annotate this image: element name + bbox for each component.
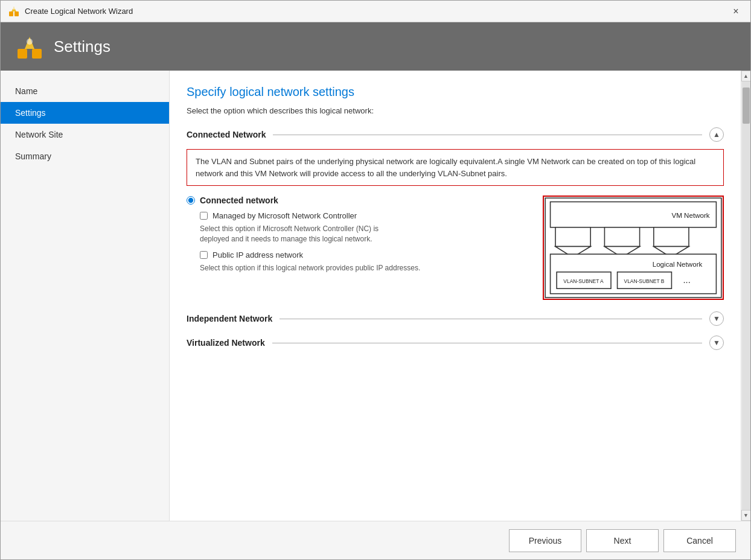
public-ip-label: Public IP address network <box>213 250 303 259</box>
svg-rect-5 <box>32 49 42 59</box>
svg-rect-0 <box>9 11 13 16</box>
scroll-up-arrow[interactable]: ▲ <box>741 71 751 81</box>
managed-by-nc-row: Managed by Microsoft Network Controller <box>200 211 528 220</box>
next-button[interactable]: Next <box>586 529 659 552</box>
connected-network-section: Connected Network ▲ The VLAN and Subnet … <box>187 127 724 302</box>
connected-network-header: Connected Network ▲ <box>187 127 724 142</box>
svg-rect-11 <box>555 228 590 247</box>
svg-rect-1 <box>14 11 19 16</box>
svg-point-7 <box>27 39 33 45</box>
virtualized-network-title: Virtualized Network <box>187 338 265 348</box>
svg-text:VM Network: VM Network <box>671 211 709 219</box>
managed-by-nc-desc: Select this option if Microsoft Network … <box>200 224 528 244</box>
header-icon <box>15 32 44 61</box>
managed-by-nc-checkbox[interactable] <box>200 212 208 220</box>
virtualized-network-header: Virtualized Network ▼ <box>187 336 724 350</box>
sidebar-item-settings[interactable]: Settings <box>1 102 169 124</box>
independent-network-line <box>280 319 702 319</box>
page-subtitle: Select the option which describes this l… <box>187 106 724 115</box>
svg-rect-4 <box>18 49 27 59</box>
svg-rect-12 <box>604 228 639 247</box>
sidebar-item-name[interactable]: Name <box>1 80 169 102</box>
network-diagram: VM Network <box>543 196 724 302</box>
virtualized-network-toggle[interactable]: ▼ <box>709 336 724 350</box>
independent-network-section: Independent Network ▼ <box>187 311 724 326</box>
wizard-title-icon <box>8 5 20 18</box>
sidebar: Name Settings Network Site Summary <box>1 71 170 521</box>
independent-network-header: Independent Network ▼ <box>187 311 724 326</box>
main-content: Specify logical network settings Select … <box>170 71 750 521</box>
close-button[interactable]: × <box>729 4 743 19</box>
sidebar-item-network-site[interactable]: Network Site <box>1 124 169 145</box>
connected-network-options: Connected network Managed by Microsoft N… <box>187 196 528 302</box>
svg-text:...: ... <box>683 275 690 285</box>
previous-button[interactable]: Previous <box>509 529 581 552</box>
connected-network-radio-label: Connected network <box>200 196 278 205</box>
svg-text:VLAN-SUBNET B: VLAN-SUBNET B <box>624 278 665 284</box>
dialog: Create Logical Network Wizard × Settings… <box>0 0 751 560</box>
connected-network-title: Connected Network <box>187 130 266 139</box>
svg-text:VLAN-SUBNET A: VLAN-SUBNET A <box>563 278 604 284</box>
scrollbar: ▲ ▼ <box>741 71 750 521</box>
connected-network-description: The VLAN and Subnet pairs of the underly… <box>187 149 724 186</box>
connected-network-line <box>273 135 702 135</box>
independent-network-title: Independent Network <box>187 314 272 323</box>
header-banner: Settings <box>1 22 750 71</box>
public-ip-row: Public IP address network <box>200 250 528 259</box>
connected-network-radio[interactable] <box>187 196 195 205</box>
window-title: Create Logical Network Wizard <box>25 7 133 16</box>
content-area: Specify logical network settings Select … <box>170 71 741 521</box>
sidebar-item-summary[interactable]: Summary <box>1 145 169 167</box>
connected-network-body: Connected network Managed by Microsoft N… <box>187 196 724 302</box>
scroll-down-arrow[interactable]: ▼ <box>741 510 751 521</box>
managed-by-nc-label: Managed by Microsoft Network Controller <box>213 211 357 220</box>
cancel-button[interactable]: Cancel <box>663 529 736 552</box>
title-bar-left: Create Logical Network Wizard <box>8 5 133 18</box>
public-ip-desc: Select this option if this logical netwo… <box>200 263 528 273</box>
footer: Previous Next Cancel <box>1 521 750 559</box>
virtualized-network-section: Virtualized Network ▼ <box>187 336 724 350</box>
body: Name Settings Network Site Summary Speci… <box>1 71 750 521</box>
scroll-thumb[interactable] <box>743 88 750 124</box>
diagram-svg: VM Network <box>543 196 724 300</box>
title-bar: Create Logical Network Wizard × <box>1 1 750 22</box>
svg-point-3 <box>13 7 15 10</box>
connected-network-radio-row: Connected network <box>187 196 528 205</box>
scroll-track[interactable] <box>742 81 750 510</box>
public-ip-checkbox[interactable] <box>200 251 208 259</box>
virtualized-network-line <box>272 343 702 343</box>
page-title: Specify logical network settings <box>187 85 724 99</box>
svg-text:Logical Network: Logical Network <box>653 260 703 268</box>
independent-network-toggle[interactable]: ▼ <box>709 311 724 326</box>
svg-rect-13 <box>654 228 689 247</box>
connected-network-toggle[interactable]: ▲ <box>709 127 724 142</box>
header-title: Settings <box>54 37 110 56</box>
